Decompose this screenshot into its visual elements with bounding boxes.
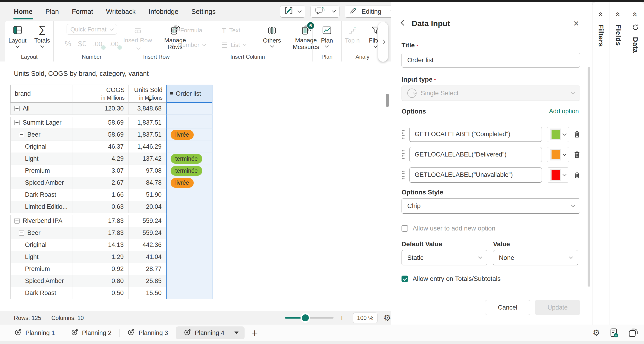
- totals-button[interactable]: ∑ Totals: [34, 24, 50, 47]
- order-list-cell[interactable]: [166, 103, 212, 115]
- units-value-cell[interactable]: 28.77: [128, 263, 166, 275]
- collapse-toggle-icon[interactable]: [19, 230, 24, 236]
- add-option-link[interactable]: Add option: [548, 108, 580, 115]
- option-color-dropdown[interactable]: [547, 127, 569, 142]
- sidebar-tab-filters[interactable]: «Filters: [592, 2, 610, 324]
- collapse-toggle-icon[interactable]: [14, 120, 20, 125]
- drag-handle-icon[interactable]: [402, 170, 405, 180]
- units-value-cell[interactable]: 97.08: [128, 165, 166, 177]
- title-input[interactable]: [402, 53, 580, 68]
- option-value-input[interactable]: [410, 127, 542, 142]
- order-list-cell[interactable]: [166, 117, 212, 129]
- row-label-cell[interactable]: Riverbend IPA: [10, 215, 73, 227]
- cogs-value-cell[interactable]: 0.50: [73, 287, 128, 299]
- insert-list-column-button[interactable]: List: [222, 42, 256, 48]
- zoom-percent-field[interactable]: 100 %: [353, 312, 378, 323]
- cogs-value-cell[interactable]: 58.69: [73, 117, 128, 129]
- order-list-cell[interactable]: [166, 287, 212, 299]
- collapse-toggle-icon[interactable]: [19, 132, 24, 137]
- currency-format-button[interactable]: $€: [78, 40, 86, 48]
- cogs-value-cell[interactable]: 1.66: [73, 189, 128, 201]
- row-label-cell[interactable]: Dark Roast: [10, 189, 73, 201]
- units-value-cell[interactable]: 41.04: [128, 251, 166, 263]
- units-value-cell[interactable]: 84.78: [128, 177, 166, 189]
- units-value-cell[interactable]: 137.42: [128, 153, 166, 165]
- add-sheet-tab-button[interactable]: +: [250, 326, 259, 340]
- sheet-tab-planning-2[interactable]: Planning 2: [63, 326, 120, 340]
- units-value-cell[interactable]: 1,446.29: [128, 141, 166, 153]
- column-header-order-list[interactable]: ≡ Order list: [166, 84, 212, 103]
- units-value-cell[interactable]: 51.90: [128, 189, 166, 201]
- others-button[interactable]: Others: [263, 24, 281, 50]
- workbook-settings-gear-icon[interactable]: ⚙: [593, 328, 600, 338]
- increase-decimal-button[interactable]: .00→: [109, 40, 118, 48]
- order-list-cell[interactable]: [166, 227, 212, 239]
- drag-handle-icon[interactable]: [402, 150, 405, 160]
- order-list-cell[interactable]: terminée: [166, 153, 212, 165]
- cogs-value-cell[interactable]: 14.13: [73, 239, 128, 251]
- quick-format-dropdown[interactable]: Quick Format: [66, 24, 117, 35]
- zoom-in-button[interactable]: +: [337, 313, 347, 323]
- manage-sheets-icon[interactable]: [628, 328, 638, 338]
- menu-item-settings[interactable]: Settings: [192, 8, 216, 16]
- units-value-cell[interactable]: 559.24: [128, 215, 166, 227]
- cogs-value-cell[interactable]: 0.63: [73, 201, 128, 213]
- units-value-cell[interactable]: 559.24: [128, 227, 166, 239]
- sidebar-tab-fields[interactable]: «Fields: [610, 2, 627, 324]
- order-list-cell[interactable]: livrée: [166, 129, 212, 141]
- option-color-dropdown[interactable]: [547, 147, 569, 162]
- option-color-dropdown[interactable]: [547, 168, 569, 183]
- collapse-toggle-icon[interactable]: [14, 106, 20, 111]
- zoom-out-button[interactable]: −: [272, 313, 282, 323]
- sidebar-tab-data[interactable]: «Data: [627, 2, 644, 324]
- row-label-cell[interactable]: Beer: [10, 129, 73, 141]
- insert-text-column-button[interactable]: TText: [222, 26, 256, 34]
- comments-dropdown[interactable]: [310, 6, 340, 18]
- option-value-input[interactable]: [410, 147, 542, 162]
- row-label-cell[interactable]: Spiced Amber: [10, 177, 73, 189]
- add-sheet-icon[interactable]: [609, 328, 618, 338]
- row-label-cell[interactable]: Light: [10, 153, 73, 165]
- column-header-units-sold[interactable]: Units Sold in Millions: [128, 84, 166, 103]
- units-value-cell[interactable]: 3,848.68: [128, 103, 166, 115]
- units-value-cell[interactable]: 442.36: [128, 239, 166, 251]
- order-list-cell[interactable]: [166, 239, 212, 251]
- plan-button[interactable]: Plan: [321, 24, 333, 47]
- top-n-button[interactable]: Top n: [345, 24, 360, 47]
- collapse-toggle-icon[interactable]: [14, 218, 20, 224]
- row-label-cell[interactable]: Limited Editio...: [10, 201, 73, 213]
- menu-item-format[interactable]: Format: [72, 8, 93, 16]
- grid-vertical-scrollbar[interactable]: [386, 94, 389, 107]
- units-value-cell[interactable]: 1,837.51: [128, 117, 166, 129]
- back-icon[interactable]: [400, 20, 406, 26]
- cogs-value-cell[interactable]: 0.92: [73, 263, 128, 275]
- insert-number-column-button[interactable]: #Number: [171, 41, 217, 49]
- update-button[interactable]: Update: [535, 300, 580, 315]
- order-list-cell[interactable]: [166, 275, 212, 287]
- row-label-cell[interactable]: All: [10, 103, 73, 115]
- insert-row-button[interactable]: Insert Row: [123, 24, 152, 50]
- option-value-input[interactable]: [410, 168, 542, 183]
- menu-item-writeback[interactable]: Writeback: [106, 8, 136, 16]
- zoom-slider-handle[interactable]: [302, 314, 309, 321]
- units-value-cell[interactable]: 20.04: [128, 201, 166, 213]
- order-list-cell[interactable]: [166, 189, 212, 201]
- delete-option-button[interactable]: [574, 151, 580, 158]
- row-label-cell[interactable]: Light: [10, 251, 73, 263]
- row-label-cell[interactable]: Original: [10, 239, 73, 251]
- delete-option-button[interactable]: [574, 130, 580, 138]
- order-list-cell[interactable]: livrée: [166, 177, 212, 189]
- close-icon[interactable]: ×: [572, 18, 580, 28]
- cogs-value-cell[interactable]: 17.83: [73, 215, 128, 227]
- drag-handle-icon[interactable]: [402, 129, 405, 140]
- units-value-cell[interactable]: 15.50: [128, 287, 166, 299]
- sheet-tab-planning-3[interactable]: Planning 3: [120, 326, 176, 340]
- sheet-tab-planning-1[interactable]: Planning 1: [6, 326, 63, 340]
- cogs-value-cell[interactable]: 58.69: [73, 129, 128, 141]
- sheet-tab-planning-4[interactable]: Planning 4: [176, 326, 245, 340]
- menu-item-plan[interactable]: Plan: [46, 8, 59, 16]
- tab-menu-caret-icon[interactable]: [234, 332, 238, 334]
- allow-add-option-checkbox[interactable]: [402, 225, 408, 232]
- row-label-cell[interactable]: Beer: [10, 227, 73, 239]
- insert-formula-column-button[interactable]: fxFormula: [171, 26, 217, 34]
